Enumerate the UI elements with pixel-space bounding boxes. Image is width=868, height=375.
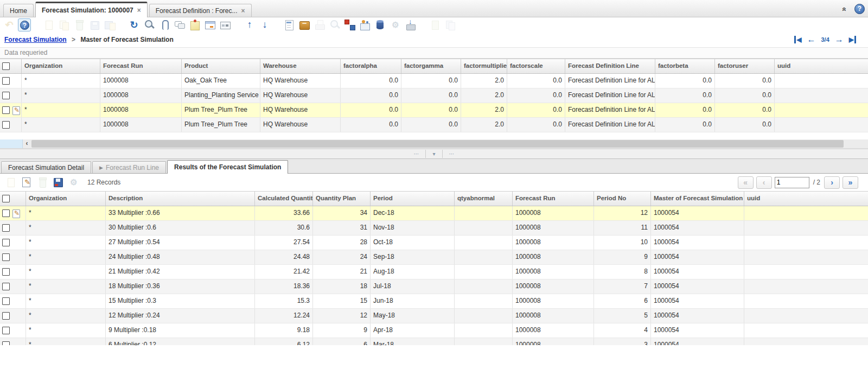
close-tab-icon[interactable]: × bbox=[241, 7, 245, 15]
row-checkbox[interactable] bbox=[2, 121, 10, 129]
table-row[interactable]: *30 Multiplier :0.630.631Nov-18100000811… bbox=[0, 221, 868, 236]
row-checkbox[interactable] bbox=[2, 239, 10, 246]
column-header[interactable]: Forecast Run bbox=[100, 59, 182, 73]
page-number-input[interactable] bbox=[775, 177, 809, 188]
splitter-collapse-icon[interactable]: ▾ bbox=[425, 150, 442, 158]
database-icon[interactable] bbox=[374, 18, 387, 31]
column-header[interactable]: Master of Forecast Simulation bbox=[651, 192, 744, 206]
column-header[interactable]: factorscale bbox=[507, 59, 565, 73]
request-icon[interactable] bbox=[359, 18, 372, 31]
edit-record-icon[interactable] bbox=[12, 209, 21, 218]
row-checkbox[interactable] bbox=[2, 283, 10, 290]
next-record-icon[interactable]: → bbox=[835, 35, 844, 45]
export-icon[interactable] bbox=[404, 18, 417, 31]
help-icon[interactable] bbox=[18, 18, 31, 31]
row-checkbox[interactable] bbox=[2, 312, 10, 320]
table-row[interactable]: *27 Multiplier :0.5427.5428Oct-181000008… bbox=[0, 236, 868, 250]
save-record-icon[interactable] bbox=[52, 176, 65, 189]
workflow-icon[interactable] bbox=[343, 18, 356, 31]
column-header[interactable]: factoralpha bbox=[341, 59, 401, 73]
table-row[interactable]: *1000008Oak_Oak TreeHQ Warehouse0.00.02.… bbox=[0, 74, 868, 88]
table-row[interactable]: *24 Multiplier :0.4824.4824Sep-181000008… bbox=[0, 250, 868, 265]
grid-cell: 10 bbox=[594, 236, 651, 250]
report-icon[interactable] bbox=[283, 18, 296, 31]
pager-next-button[interactable]: › bbox=[824, 176, 840, 189]
detail-record-icon[interactable]: ↓ bbox=[258, 18, 271, 31]
table-row[interactable]: *21 Multiplier :0.4221.4221Aug-181000008… bbox=[0, 265, 868, 279]
column-header[interactable]: Calculated Quantity bbox=[255, 192, 313, 206]
pager-last-button[interactable]: » bbox=[843, 176, 858, 189]
table-row[interactable]: *12 Multiplier :0.2412.2412May-181000008… bbox=[0, 309, 868, 323]
grid-cell: 1000008 bbox=[513, 206, 594, 220]
table-row[interactable]: *6 Multiplier :0.126.126Mar-181000008310… bbox=[0, 338, 868, 345]
select-all-checkbox[interactable] bbox=[2, 195, 10, 202]
column-header[interactable]: Period No bbox=[594, 192, 651, 206]
first-record-icon[interactable]: ◀ bbox=[794, 36, 801, 43]
column-header[interactable]: factoruser bbox=[715, 59, 775, 73]
column-header[interactable]: Forecast Run bbox=[513, 192, 594, 206]
column-header[interactable]: qtyabnormal bbox=[455, 192, 513, 206]
grid-toggle-icon[interactable] bbox=[203, 18, 216, 31]
row-checkbox[interactable] bbox=[2, 253, 10, 261]
archive-icon[interactable] bbox=[298, 18, 311, 31]
column-header[interactable]: factormultiplier bbox=[461, 59, 507, 73]
row-checkbox[interactable] bbox=[2, 106, 10, 114]
table-row[interactable]: *1000008Planting_Planting ServiceHQ Ware… bbox=[0, 88, 868, 103]
column-header[interactable]: Period bbox=[371, 192, 455, 206]
row-checkbox[interactable] bbox=[2, 209, 10, 217]
grid-cell: Jun-18 bbox=[371, 294, 455, 308]
breadcrumb-parent-link[interactable]: Forecast Simulation bbox=[4, 36, 67, 43]
column-header[interactable]: Organization bbox=[26, 192, 106, 206]
column-header[interactable]: uuid bbox=[744, 192, 868, 206]
attachment-icon[interactable] bbox=[158, 18, 171, 31]
note-icon[interactable] bbox=[188, 18, 201, 31]
window-tab-1[interactable]: Home bbox=[3, 4, 34, 17]
column-header[interactable]: Warehouse bbox=[260, 59, 341, 73]
row-checkbox[interactable] bbox=[2, 327, 10, 334]
collapse-tabs-icon[interactable]: « bbox=[840, 7, 849, 11]
column-header[interactable]: Organization bbox=[22, 59, 100, 73]
column-header[interactable]: factorbeta bbox=[655, 59, 715, 73]
table-row[interactable]: *15 Multiplier :0.315.315Jun-18100000861… bbox=[0, 294, 868, 309]
row-checkbox[interactable] bbox=[2, 268, 10, 276]
column-header[interactable]: Description bbox=[106, 192, 255, 206]
column-header[interactable]: uuid bbox=[775, 59, 868, 73]
previous-record-icon[interactable]: ← bbox=[807, 35, 815, 45]
splitter-grip-right[interactable]: ⋯ bbox=[442, 150, 461, 158]
row-checkbox[interactable] bbox=[2, 297, 10, 305]
window-tab-3[interactable]: Forecast Definition : Forec...× bbox=[149, 4, 252, 17]
scrollbar-track[interactable] bbox=[31, 139, 868, 148]
column-header[interactable]: Forecast Definition Line bbox=[565, 59, 655, 73]
detail-tab-3[interactable]: Results of the Forecast Simulation bbox=[167, 160, 288, 174]
last-record-icon[interactable]: ▶ bbox=[849, 36, 856, 43]
edit-record-icon[interactable] bbox=[12, 106, 21, 115]
close-tab-icon[interactable]: × bbox=[137, 7, 141, 14]
splitter-grip-left[interactable]: ⋯ bbox=[407, 150, 425, 158]
table-row[interactable]: *1000008Plum Tree_Plum TreeHQ Warehouse0… bbox=[0, 103, 868, 118]
row-checkbox[interactable] bbox=[2, 341, 10, 345]
column-header[interactable]: Product bbox=[182, 59, 260, 73]
window-tab-2[interactable]: Forecast Simulation: 1000007× bbox=[35, 2, 148, 17]
column-header[interactable]: Quantity Plan bbox=[313, 192, 371, 206]
find-icon[interactable] bbox=[143, 18, 156, 31]
panel-splitter[interactable]: ⋯ ▾ ⋯ bbox=[0, 149, 868, 159]
form-view-icon[interactable] bbox=[219, 18, 232, 31]
refresh-icon[interactable]: ↻ bbox=[127, 18, 141, 31]
table-row[interactable]: *1000008Plum Tree_Plum TreeHQ Warehouse0… bbox=[0, 118, 868, 132]
table-row[interactable]: *9 Multiplier :0.189.189Apr-181000008410… bbox=[0, 323, 868, 338]
row-checkbox[interactable] bbox=[2, 92, 10, 99]
table-row[interactable]: *33 Multiplier :0.6633.6634Dec-181000008… bbox=[0, 206, 868, 221]
grid-cell bbox=[775, 103, 868, 117]
row-checkbox[interactable] bbox=[2, 77, 10, 85]
select-all-checkbox[interactable] bbox=[2, 62, 10, 70]
scroll-left-icon[interactable]: ‹ bbox=[23, 139, 31, 148]
detail-tab-1[interactable]: Forecast Simulation Detail bbox=[1, 161, 91, 173]
edit-record-icon[interactable] bbox=[20, 176, 33, 189]
column-header[interactable]: factorgamma bbox=[401, 59, 461, 73]
row-checkbox[interactable] bbox=[2, 224, 10, 232]
scrollbar-thumb[interactable] bbox=[31, 140, 844, 148]
chat-icon[interactable] bbox=[173, 18, 186, 31]
table-row[interactable]: *18 Multiplier :0.3618.3618Jul-181000008… bbox=[0, 279, 868, 294]
parent-record-icon[interactable]: ↑ bbox=[243, 18, 256, 31]
help-icon[interactable]: ? bbox=[854, 4, 865, 14]
